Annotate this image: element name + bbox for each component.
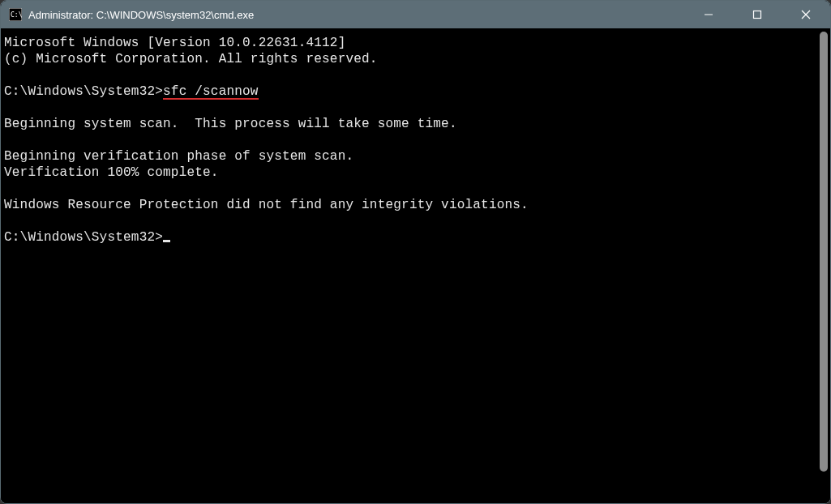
terminal-output[interactable]: Microsoft Windows [Version 10.0.22631.41… <box>1 28 830 252</box>
scrollbar-track[interactable] <box>819 32 829 500</box>
typed-command: sfc /scannow <box>163 85 259 100</box>
svg-text:C:\: C:\ <box>11 11 22 19</box>
svg-rect-3 <box>754 11 761 19</box>
terminal-area[interactable]: Microsoft Windows [Version 10.0.22631.41… <box>1 28 830 503</box>
output-line: Verification 100% complete. <box>4 165 219 180</box>
text-cursor <box>163 240 170 242</box>
titlebar[interactable]: C:\ Administrator: C:\WINDOWS\system32\c… <box>1 1 830 28</box>
window-title: Administrator: C:\WINDOWS\system32\cmd.e… <box>28 9 254 21</box>
prompt-path: C:\Windows\System32> <box>4 230 163 245</box>
output-line: Windows Resource Protection did not find… <box>4 198 529 212</box>
output-line: Beginning system scan. This process will… <box>4 117 457 131</box>
command-prompt-line: C:\Windows\System32>sfc /scannow <box>4 83 259 100</box>
scrollbar-thumb[interactable] <box>820 32 828 472</box>
output-line: (c) Microsoft Corporation. All rights re… <box>4 52 378 66</box>
maximize-button[interactable] <box>733 1 782 28</box>
window-controls <box>684 1 830 28</box>
cmd-app-icon: C:\ <box>9 8 22 21</box>
minimize-button[interactable] <box>684 1 733 28</box>
output-line: Beginning verification phase of system s… <box>4 149 353 164</box>
output-line: Microsoft Windows [Version 10.0.22631.41… <box>4 36 345 50</box>
close-button[interactable] <box>782 1 830 28</box>
prompt-path: C:\Windows\System32> <box>4 84 163 99</box>
cmd-window: C:\ Administrator: C:\WINDOWS\system32\c… <box>0 0 831 504</box>
